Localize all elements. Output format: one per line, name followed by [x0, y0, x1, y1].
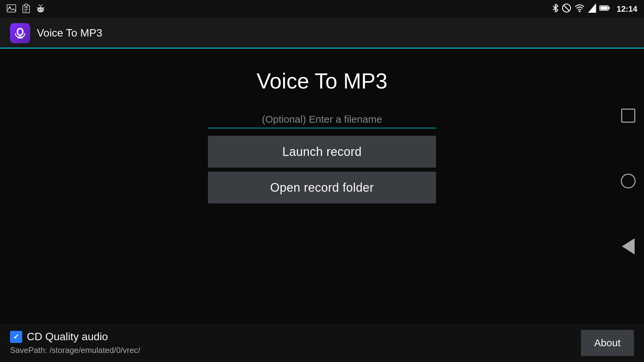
cd-quality-checkbox[interactable]: ✓ — [10, 331, 22, 343]
home-button[interactable] — [619, 172, 637, 190]
app-icon — [10, 23, 30, 43]
battery-icon — [599, 5, 610, 13]
main-content: Voice To MP3 Launch record Open record f… — [91, 49, 553, 203]
checkmark-icon: ✓ — [13, 333, 19, 341]
svg-rect-25 — [18, 29, 22, 35]
filename-input[interactable] — [208, 114, 436, 125]
save-path: SavePath: /storage/emulated/0/vrec/ — [10, 346, 581, 355]
wifi-icon — [575, 4, 585, 14]
filename-input-container[interactable] — [208, 114, 436, 128]
recent-apps-button[interactable] — [619, 107, 637, 125]
about-button[interactable]: About — [581, 330, 634, 356]
picture-icon — [7, 4, 16, 14]
clipboard-icon — [22, 4, 30, 15]
page-title: Voice To MP3 — [257, 69, 387, 94]
svg-point-8 — [39, 9, 40, 10]
cd-quality-row: ✓ CD Quality audio — [10, 330, 581, 343]
app-bar-title: Voice To MP3 — [37, 27, 102, 39]
svg-marker-20 — [588, 3, 596, 13]
svg-rect-3 — [25, 4, 28, 6]
svg-line-11 — [37, 7, 38, 8]
svg-point-9 — [42, 9, 43, 10]
status-bar: 12:14 — [0, 0, 644, 18]
android-icon — [36, 4, 45, 15]
svg-point-15 — [39, 5, 40, 6]
bottom-left: ✓ CD Quality audio SavePath: /storage/em… — [10, 330, 581, 355]
svg-rect-23 — [608, 7, 610, 9]
signal-icon — [588, 3, 596, 15]
svg-point-19 — [579, 11, 580, 12]
back-button[interactable] — [619, 237, 637, 256]
svg-rect-22 — [600, 6, 608, 10]
app-bar: Voice To MP3 — [0, 18, 644, 49]
open-folder-button[interactable]: Open record folder — [208, 172, 436, 203]
svg-line-18 — [564, 5, 569, 11]
no-sim-icon — [562, 3, 571, 15]
bluetooth-icon — [552, 3, 558, 15]
svg-point-16 — [41, 5, 42, 6]
status-bar-left — [7, 4, 45, 15]
svg-point-7 — [37, 7, 44, 12]
launch-record-button[interactable]: Launch record — [208, 136, 436, 168]
cd-quality-label: CD Quality audio — [27, 330, 108, 343]
svg-rect-0 — [7, 5, 16, 12]
bottom-bar: ✓ CD Quality audio SavePath: /storage/em… — [0, 323, 644, 362]
nav-buttons — [619, 0, 637, 362]
svg-line-12 — [43, 7, 44, 8]
